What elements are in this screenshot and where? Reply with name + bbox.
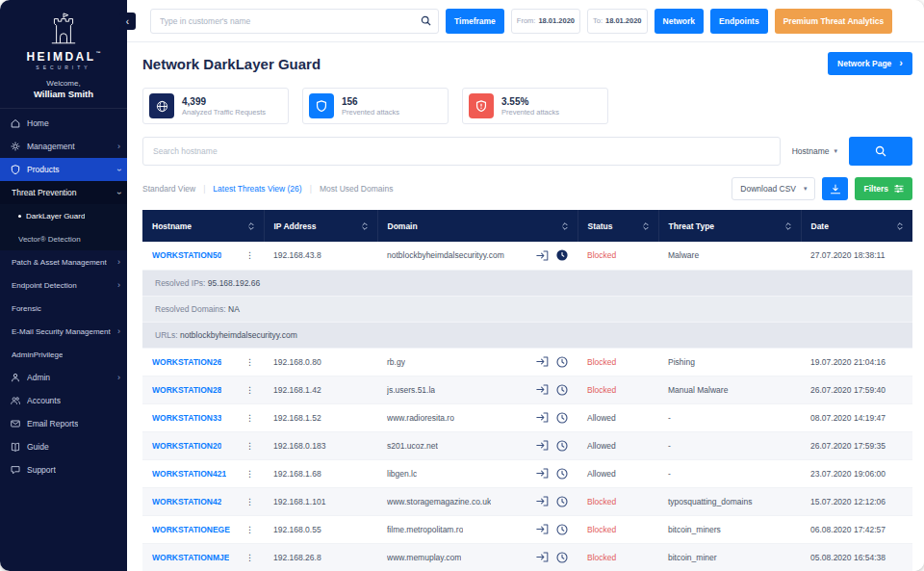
sort-icon[interactable] (897, 221, 903, 231)
forward-icon[interactable] (536, 524, 549, 534)
table-row[interactable]: WORKSTATION33⋮ 192.168.1.52 www.radiores… (142, 403, 912, 431)
sidebar-item-products[interactable]: Products› (0, 158, 127, 181)
column-header-hostname[interactable]: Hostname (142, 210, 264, 242)
chevron-right-icon: › (117, 258, 120, 267)
row-menu-icon[interactable]: ⋮ (245, 525, 254, 534)
sidebar-item-threat-prevention[interactable]: Threat Prevention› (0, 181, 127, 204)
forward-icon[interactable] (536, 356, 549, 367)
trademark-symbol: ™ (96, 50, 101, 56)
date-from-field[interactable]: From:18.01.2020 (511, 9, 580, 34)
forward-icon[interactable] (536, 468, 549, 479)
forward-icon[interactable] (536, 412, 549, 423)
row-menu-icon[interactable]: ⋮ (245, 497, 254, 506)
sidebar-item-patch-asset-management[interactable]: Patch & Asset Management› (0, 250, 127, 273)
row-menu-icon[interactable]: ⋮ (245, 469, 254, 479)
hostname-link[interactable]: WORKSTATIONMJE (152, 553, 229, 562)
history-icon[interactable] (556, 249, 568, 261)
download-csv-select[interactable]: Download CSV▾ (732, 177, 815, 200)
forward-icon[interactable] (536, 552, 549, 562)
history-icon[interactable] (556, 524, 568, 535)
tab-standard-view[interactable]: Standard View (142, 184, 195, 194)
row-menu-icon[interactable]: ⋮ (245, 385, 254, 395)
sidebar-item-label: AdminPrivilege (12, 350, 63, 359)
row-menu-icon[interactable]: ⋮ (245, 250, 254, 260)
row-menu-icon[interactable]: ⋮ (245, 553, 254, 562)
history-icon[interactable] (556, 384, 568, 396)
download-button[interactable] (822, 177, 848, 200)
sidebar-item-admin[interactable]: Admin› (0, 366, 127, 389)
date-to-field[interactable]: To:18.01.2020 (587, 9, 648, 34)
sidebar-collapse-button[interactable]: ‹ (119, 13, 136, 30)
tab-most-used-domains[interactable]: Most Used Domains (320, 184, 394, 194)
search-button[interactable] (849, 137, 912, 166)
filters-button[interactable]: Filters (855, 177, 912, 200)
timeframe-button[interactable]: Timeframe (446, 9, 504, 34)
sidebar-item-accounts[interactable]: Accounts (0, 389, 127, 412)
sidebar-item-email-reports[interactable]: Email Reports (0, 412, 127, 435)
sidebar-item-home[interactable]: Home (0, 112, 127, 135)
row-menu-icon[interactable]: ⋮ (245, 357, 254, 367)
premium-threat-analytics-button[interactable]: Premium Threat Analytics (775, 9, 893, 34)
sort-icon[interactable] (362, 221, 368, 231)
topbar: Timeframe From:18.01.2020 To:18.01.2020 … (127, 0, 924, 42)
sidebar-item-forensic[interactable]: Forensic (0, 297, 127, 320)
tab-latest-threats-view[interactable]: Latest Threats View (26) (213, 184, 301, 194)
sidebar-item-darklayer-guard[interactable]: DarkLayer Guard (0, 204, 127, 227)
sidebar-item-vector-detection[interactable]: Vector® Detection (0, 227, 127, 250)
chevron-right-icon: › (117, 143, 120, 151)
column-header-domain[interactable]: Domain (377, 210, 578, 242)
hostname-link[interactable]: WORKSTATION26 (152, 357, 221, 367)
table-row[interactable]: WORKSTATION28⋮ 192.168.1.42 js.users.51.… (142, 376, 912, 403)
sidebar-item-management[interactable]: Management› (0, 135, 127, 158)
column-header-status[interactable]: Status (578, 210, 658, 242)
hostname-link[interactable]: WORKSTATION50 (152, 250, 221, 260)
column-select[interactable]: Hostname▾ (781, 146, 849, 156)
hostname-link[interactable]: WORKSTATION20 (152, 441, 221, 451)
status-cell: Allowed (578, 431, 658, 459)
table-row[interactable]: WORKSTATION42⋮ 192.168.1.101 www.storage… (142, 487, 912, 515)
sidebar-item-adminprivilege[interactable]: AdminPrivilege (0, 343, 127, 366)
history-icon[interactable] (556, 412, 568, 424)
sidebar-item-email-security-management[interactable]: E-Mail Security Management› (0, 320, 127, 343)
network-button[interactable]: Network (654, 9, 705, 34)
column-header-ip-address[interactable]: IP Address (264, 210, 377, 242)
resolved-ips-label: Resolved IPs: (155, 278, 205, 288)
column-header-threat-type[interactable]: Threat Type (658, 210, 801, 242)
forward-icon[interactable] (536, 250, 549, 261)
row-menu-icon[interactable]: ⋮ (245, 413, 254, 423)
domain-text: www.memuplay.com (387, 553, 461, 562)
table-row[interactable]: WORKSTATION26⋮ 192.168.0.80 rb.gy Blocke… (142, 348, 912, 376)
sort-icon[interactable] (562, 221, 568, 231)
hostname-link[interactable]: WORKSTATION421 (152, 469, 226, 479)
table-row[interactable]: WORKSTATIONMJE⋮ 192.168.26.8 www.memupla… (142, 543, 912, 571)
table-row[interactable]: WORKSTATION421⋮ 192.168.1.68 libgen.lc A… (142, 459, 912, 487)
table-row[interactable]: WORKSTATION20⋮ 192.168.0.183 s201.ucoz.n… (142, 431, 912, 459)
table-row[interactable]: WORKSTATION50⋮ 192.168.43.8 notblockbyhe… (142, 242, 912, 270)
table-row[interactable]: WORKSTATIONEGE⋮ 192.168.0.55 filme.metro… (142, 515, 912, 543)
history-icon[interactable] (556, 552, 568, 563)
forward-icon[interactable] (536, 496, 549, 506)
history-icon[interactable] (556, 468, 568, 480)
sort-icon[interactable] (785, 221, 791, 231)
network-page-button[interactable]: Network Page› (828, 52, 912, 75)
history-icon[interactable] (556, 440, 568, 452)
customer-search-input[interactable] (150, 9, 439, 34)
hostname-link[interactable]: WORKSTATIONEGE (152, 525, 230, 534)
hostname-link[interactable]: WORKSTATION42 (152, 497, 221, 506)
sidebar-item-guide[interactable]: Guide (0, 435, 127, 458)
resolved-domains-label: Resolved Domains: (155, 304, 226, 314)
history-icon[interactable] (556, 496, 568, 507)
sidebar-item-endpoint-detection[interactable]: Endpoint Detection› (0, 273, 127, 297)
sidebar-item-support[interactable]: Support (0, 458, 127, 481)
endpoints-button[interactable]: Endpoints (710, 9, 768, 34)
hostname-search-input[interactable] (142, 137, 781, 166)
hostname-link[interactable]: WORKSTATION33 (152, 413, 221, 423)
row-menu-icon[interactable]: ⋮ (245, 441, 254, 451)
hostname-link[interactable]: WORKSTATION28 (152, 385, 221, 395)
sort-icon[interactable] (643, 221, 649, 231)
column-header-date[interactable]: Date (801, 210, 912, 242)
forward-icon[interactable] (536, 440, 549, 451)
history-icon[interactable] (556, 356, 568, 368)
sort-icon[interactable] (248, 221, 254, 231)
forward-icon[interactable] (536, 384, 549, 395)
